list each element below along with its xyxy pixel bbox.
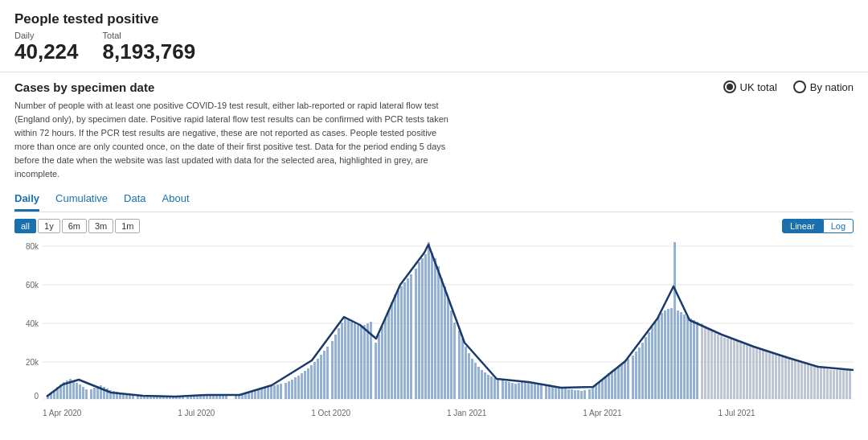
x-label-jan2021: 1 Jan 2021 <box>447 409 487 417</box>
svg-rect-61 <box>215 396 218 399</box>
svg-rect-140 <box>484 372 486 399</box>
time-btn-6m[interactable]: 6m <box>62 219 87 233</box>
svg-rect-76 <box>270 386 272 399</box>
x-label-end: | <box>851 409 854 417</box>
svg-rect-127 <box>440 278 443 399</box>
svg-rect-125 <box>434 258 436 399</box>
svg-rect-161 <box>555 386 557 399</box>
stats-row: Daily 40,224 Total 8,193,769 <box>14 31 854 64</box>
total-value: 8,193,769 <box>103 40 196 64</box>
svg-rect-105 <box>366 323 369 399</box>
svg-rect-175 <box>601 380 604 399</box>
svg-rect-118 <box>410 274 412 399</box>
svg-rect-177 <box>608 373 610 399</box>
time-btn-1m[interactable]: 1m <box>115 219 140 233</box>
svg-rect-87 <box>307 368 309 399</box>
daily-stat: Daily 40,224 <box>14 31 79 64</box>
svg-rect-123 <box>428 242 430 399</box>
svg-rect-90 <box>317 359 319 399</box>
svg-rect-163 <box>561 388 563 399</box>
svg-rect-227 <box>772 352 774 399</box>
svg-rect-186 <box>638 347 641 399</box>
main-section: Cases by specimen date UK total By natio… <box>0 72 868 417</box>
svg-rect-235 <box>797 362 800 399</box>
svg-rect-229 <box>778 354 780 399</box>
svg-rect-147 <box>508 382 510 399</box>
svg-rect-191 <box>654 322 657 399</box>
svg-rect-165 <box>567 389 570 399</box>
svg-rect-153 <box>527 381 530 399</box>
svg-rect-149 <box>514 384 517 399</box>
svg-rect-144 <box>497 380 499 399</box>
time-btn-all[interactable]: all <box>14 219 36 233</box>
svg-rect-112 <box>391 302 393 399</box>
svg-rect-135 <box>468 353 470 399</box>
svg-rect-251 <box>849 370 851 399</box>
scale-btn-log[interactable]: Log <box>823 219 854 233</box>
svg-rect-75 <box>267 387 269 399</box>
svg-rect-248 <box>839 370 841 399</box>
radio-by-nation[interactable]: By nation <box>793 80 854 93</box>
svg-rect-206 <box>704 327 706 399</box>
svg-rect-22 <box>85 389 88 399</box>
svg-rect-119 <box>415 269 417 399</box>
svg-rect-189 <box>648 332 650 399</box>
svg-rect-190 <box>651 327 653 399</box>
svg-rect-217 <box>739 343 742 399</box>
svg-rect-122 <box>424 254 427 399</box>
svg-rect-231 <box>784 356 787 399</box>
svg-rect-170 <box>583 390 586 399</box>
svg-rect-246 <box>833 370 835 399</box>
svg-rect-164 <box>564 389 567 399</box>
svg-rect-224 <box>762 349 764 399</box>
time-buttons: all 1y 6m 3m 1m <box>14 219 140 233</box>
svg-rect-216 <box>736 341 739 399</box>
svg-rect-172 <box>592 387 594 399</box>
svg-rect-198 <box>677 310 679 399</box>
svg-rect-64 <box>225 396 227 399</box>
svg-rect-197 <box>674 242 676 399</box>
svg-rect-79 <box>280 384 282 399</box>
svg-rect-200 <box>683 315 686 399</box>
svg-rect-98 <box>344 317 346 399</box>
svg-rect-93 <box>326 347 329 399</box>
svg-rect-120 <box>418 262 420 399</box>
svg-rect-88 <box>310 365 313 399</box>
time-btn-1y[interactable]: 1y <box>38 219 60 233</box>
tab-cumulative[interactable]: Cumulative <box>55 189 108 212</box>
svg-rect-196 <box>670 308 673 399</box>
svg-rect-222 <box>755 347 758 399</box>
svg-rect-63 <box>222 396 224 399</box>
svg-text:60k: 60k <box>26 281 39 290</box>
svg-rect-20 <box>79 384 81 399</box>
svg-rect-171 <box>588 389 591 399</box>
top-section: People tested positive Daily 40,224 Tota… <box>0 0 868 72</box>
svg-rect-115 <box>400 286 403 399</box>
svg-rect-242 <box>820 368 822 399</box>
svg-rect-182 <box>624 361 626 399</box>
radio-nation-label: By nation <box>810 81 854 93</box>
svg-rect-245 <box>829 370 832 399</box>
chart-svg: 80k 60k 40k 20k 0 <box>14 238 854 407</box>
svg-rect-237 <box>804 364 806 399</box>
scale-btn-linear[interactable]: Linear <box>782 219 823 233</box>
svg-rect-183 <box>627 359 629 399</box>
svg-rect-150 <box>518 383 520 399</box>
radio-uk-total[interactable]: UK total <box>723 80 777 93</box>
time-btn-3m[interactable]: 3m <box>88 219 113 233</box>
svg-rect-104 <box>363 325 366 399</box>
svg-rect-110 <box>384 319 387 399</box>
radio-group: UK total By nation <box>723 80 854 93</box>
tab-data[interactable]: Data <box>124 189 145 212</box>
svg-rect-228 <box>775 353 777 399</box>
svg-rect-97 <box>341 323 343 399</box>
svg-rect-174 <box>598 382 600 399</box>
svg-rect-193 <box>661 313 663 399</box>
tab-daily[interactable]: Daily <box>14 189 39 212</box>
x-label-oct2020: 1 Oct 2020 <box>311 409 350 417</box>
svg-rect-85 <box>301 373 303 399</box>
svg-rect-201 <box>686 317 689 399</box>
x-axis-labels: 1 Apr 2020 1 Jul 2020 1 Oct 2020 1 Jan 2… <box>14 407 854 417</box>
tab-about[interactable]: About <box>162 189 190 212</box>
svg-rect-83 <box>294 377 297 399</box>
